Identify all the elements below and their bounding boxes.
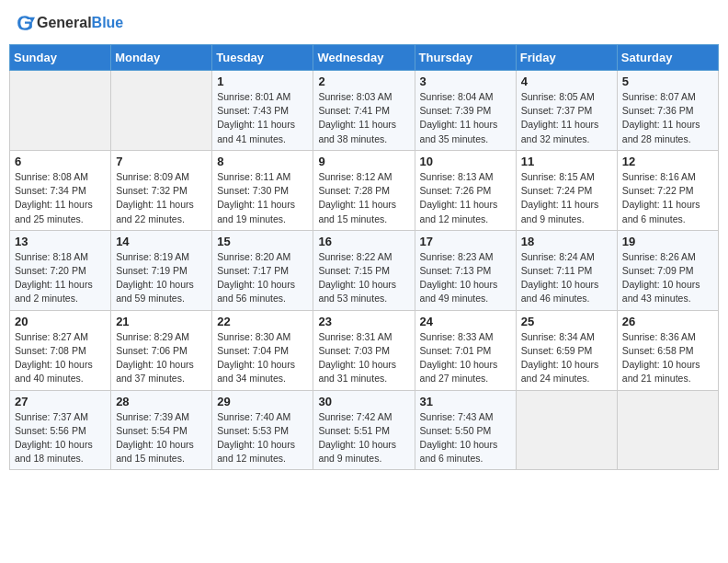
day-number: 6 (15, 155, 106, 168)
logo-blue-text: Blue (92, 15, 124, 30)
day-number: 11 (521, 155, 612, 168)
day-number: 21 (116, 315, 207, 328)
day-number: 27 (15, 395, 106, 408)
calendar-week-row: 27Sunrise: 7:37 AM Sunset: 5:56 PM Dayli… (10, 390, 719, 470)
weekday-header: Sunday (10, 45, 111, 71)
weekday-header: Friday (516, 45, 617, 71)
weekday-header: Wednesday (313, 45, 415, 71)
calendar-cell: 28Sunrise: 7:39 AM Sunset: 5:54 PM Dayli… (111, 390, 212, 470)
day-info: Sunrise: 7:39 AM Sunset: 5:54 PM Dayligh… (116, 410, 207, 466)
calendar-cell: 31Sunrise: 7:43 AM Sunset: 5:50 PM Dayli… (415, 390, 516, 470)
calendar-cell: 11Sunrise: 8:15 AM Sunset: 7:24 PM Dayli… (516, 150, 617, 230)
calendar-cell (111, 71, 212, 151)
calendar-cell: 30Sunrise: 7:42 AM Sunset: 5:51 PM Dayli… (313, 390, 415, 470)
calendar-cell: 1Sunrise: 8:01 AM Sunset: 7:43 PM Daylig… (212, 71, 313, 151)
day-info: Sunrise: 8:23 AM Sunset: 7:13 PM Dayligh… (420, 250, 511, 306)
day-number: 22 (217, 315, 308, 328)
calendar-cell: 25Sunrise: 8:34 AM Sunset: 6:59 PM Dayli… (516, 310, 617, 390)
calendar-cell: 23Sunrise: 8:31 AM Sunset: 7:03 PM Dayli… (313, 310, 415, 390)
day-number: 15 (217, 235, 308, 248)
day-info: Sunrise: 8:01 AM Sunset: 7:43 PM Dayligh… (217, 90, 308, 146)
calendar-cell: 6Sunrise: 8:08 AM Sunset: 7:34 PM Daylig… (10, 150, 111, 230)
weekday-header: Saturday (617, 45, 718, 71)
calendar-cell: 2Sunrise: 8:03 AM Sunset: 7:41 PM Daylig… (313, 71, 415, 151)
day-info: Sunrise: 7:42 AM Sunset: 5:51 PM Dayligh… (318, 410, 409, 466)
calendar-cell: 24Sunrise: 8:33 AM Sunset: 7:01 PM Dayli… (415, 310, 516, 390)
day-number: 7 (116, 155, 207, 168)
day-number: 31 (420, 395, 511, 408)
weekday-header: Tuesday (212, 45, 313, 71)
logo-general-text: General (37, 15, 92, 30)
day-info: Sunrise: 7:37 AM Sunset: 5:56 PM Dayligh… (15, 410, 106, 466)
calendar-cell: 16Sunrise: 8:22 AM Sunset: 7:15 PM Dayli… (313, 230, 415, 310)
calendar-cell: 29Sunrise: 7:40 AM Sunset: 5:53 PM Dayli… (212, 390, 313, 470)
day-info: Sunrise: 8:16 AM Sunset: 7:22 PM Dayligh… (622, 170, 713, 226)
day-number: 17 (420, 235, 511, 248)
calendar-cell: 13Sunrise: 8:18 AM Sunset: 7:20 PM Dayli… (10, 230, 111, 310)
calendar-cell (516, 390, 617, 470)
day-info: Sunrise: 8:09 AM Sunset: 7:32 PM Dayligh… (116, 170, 207, 226)
logo: GeneralBlue (15, 13, 123, 33)
calendar-week-row: 20Sunrise: 8:27 AM Sunset: 7:08 PM Dayli… (10, 310, 719, 390)
day-number: 1 (217, 75, 308, 88)
day-info: Sunrise: 8:27 AM Sunset: 7:08 PM Dayligh… (15, 330, 106, 386)
calendar-cell: 14Sunrise: 8:19 AM Sunset: 7:19 PM Dayli… (111, 230, 212, 310)
calendar-cell: 15Sunrise: 8:20 AM Sunset: 7:17 PM Dayli… (212, 230, 313, 310)
day-info: Sunrise: 8:03 AM Sunset: 7:41 PM Dayligh… (318, 90, 409, 146)
day-info: Sunrise: 8:15 AM Sunset: 7:24 PM Dayligh… (521, 170, 612, 226)
day-number: 10 (420, 155, 511, 168)
day-number: 16 (318, 235, 409, 248)
day-info: Sunrise: 8:13 AM Sunset: 7:26 PM Dayligh… (420, 170, 511, 226)
day-number: 20 (15, 315, 106, 328)
calendar-cell: 26Sunrise: 8:36 AM Sunset: 6:58 PM Dayli… (617, 310, 718, 390)
calendar-cell: 17Sunrise: 8:23 AM Sunset: 7:13 PM Dayli… (415, 230, 516, 310)
calendar-cell: 8Sunrise: 8:11 AM Sunset: 7:30 PM Daylig… (212, 150, 313, 230)
calendar-cell: 7Sunrise: 8:09 AM Sunset: 7:32 PM Daylig… (111, 150, 212, 230)
day-info: Sunrise: 8:34 AM Sunset: 6:59 PM Dayligh… (521, 330, 612, 386)
day-number: 30 (318, 395, 409, 408)
day-number: 5 (622, 75, 713, 88)
calendar-cell: 4Sunrise: 8:05 AM Sunset: 7:37 PM Daylig… (516, 71, 617, 151)
day-number: 18 (521, 235, 612, 248)
day-number: 3 (420, 75, 511, 88)
day-info: Sunrise: 8:36 AM Sunset: 6:58 PM Dayligh… (622, 330, 713, 386)
day-info: Sunrise: 8:18 AM Sunset: 7:20 PM Dayligh… (15, 250, 106, 306)
calendar-cell (10, 71, 111, 151)
day-number: 24 (420, 315, 511, 328)
day-info: Sunrise: 8:04 AM Sunset: 7:39 PM Dayligh… (420, 90, 511, 146)
day-info: Sunrise: 8:08 AM Sunset: 7:34 PM Dayligh… (15, 170, 106, 226)
weekday-header-row: SundayMondayTuesdayWednesdayThursdayFrid… (10, 45, 719, 71)
day-number: 23 (318, 315, 409, 328)
day-info: Sunrise: 8:29 AM Sunset: 7:06 PM Dayligh… (116, 330, 207, 386)
day-info: Sunrise: 8:20 AM Sunset: 7:17 PM Dayligh… (217, 250, 308, 306)
calendar-cell: 9Sunrise: 8:12 AM Sunset: 7:28 PM Daylig… (313, 150, 415, 230)
day-number: 29 (217, 395, 308, 408)
calendar-cell: 27Sunrise: 7:37 AM Sunset: 5:56 PM Dayli… (10, 390, 111, 470)
calendar-cell: 19Sunrise: 8:26 AM Sunset: 7:09 PM Dayli… (617, 230, 718, 310)
day-number: 25 (521, 315, 612, 328)
weekday-header: Thursday (415, 45, 516, 71)
day-info: Sunrise: 7:43 AM Sunset: 5:50 PM Dayligh… (420, 410, 511, 466)
calendar-week-row: 6Sunrise: 8:08 AM Sunset: 7:34 PM Daylig… (10, 150, 719, 230)
calendar-cell (617, 390, 718, 470)
day-number: 14 (116, 235, 207, 248)
day-info: Sunrise: 8:19 AM Sunset: 7:19 PM Dayligh… (116, 250, 207, 306)
day-number: 13 (15, 235, 106, 248)
day-info: Sunrise: 8:24 AM Sunset: 7:11 PM Dayligh… (521, 250, 612, 306)
logo-icon (15, 13, 35, 33)
calendar-cell: 18Sunrise: 8:24 AM Sunset: 7:11 PM Dayli… (516, 230, 617, 310)
day-info: Sunrise: 8:22 AM Sunset: 7:15 PM Dayligh… (318, 250, 409, 306)
day-info: Sunrise: 8:07 AM Sunset: 7:36 PM Dayligh… (622, 90, 713, 146)
calendar-cell: 12Sunrise: 8:16 AM Sunset: 7:22 PM Dayli… (617, 150, 718, 230)
day-info: Sunrise: 8:11 AM Sunset: 7:30 PM Dayligh… (217, 170, 308, 226)
day-number: 9 (318, 155, 409, 168)
calendar-cell: 5Sunrise: 8:07 AM Sunset: 7:36 PM Daylig… (617, 71, 718, 151)
day-info: Sunrise: 7:40 AM Sunset: 5:53 PM Dayligh… (217, 410, 308, 466)
day-number: 28 (116, 395, 207, 408)
calendar-cell: 10Sunrise: 8:13 AM Sunset: 7:26 PM Dayli… (415, 150, 516, 230)
day-info: Sunrise: 8:30 AM Sunset: 7:04 PM Dayligh… (217, 330, 308, 386)
page-header: GeneralBlue (9, 9, 719, 37)
day-number: 8 (217, 155, 308, 168)
day-number: 2 (318, 75, 409, 88)
calendar-cell: 22Sunrise: 8:30 AM Sunset: 7:04 PM Dayli… (212, 310, 313, 390)
